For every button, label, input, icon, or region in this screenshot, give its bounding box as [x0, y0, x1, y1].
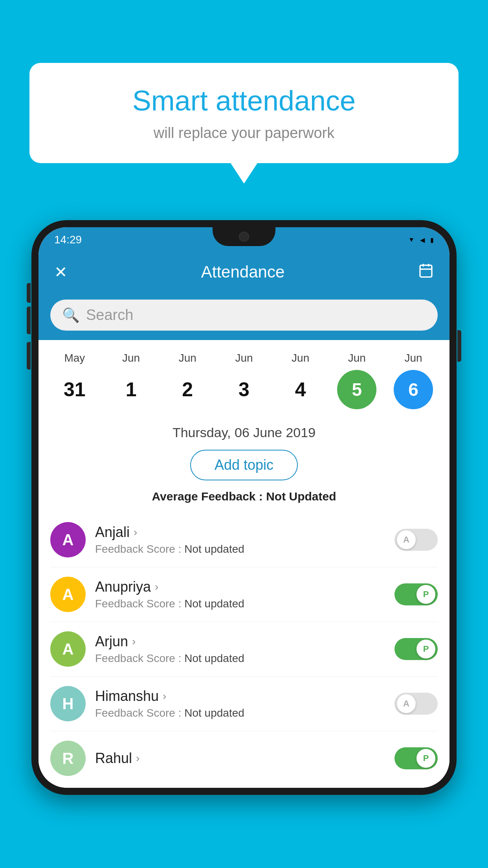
toggle-himanshu[interactable]: A	[394, 693, 438, 715]
status-time: 14:29	[54, 234, 82, 246]
status-icons: ▼ ◀ ▮	[408, 236, 434, 244]
day-5-container[interactable]: 5	[331, 370, 382, 409]
chevron-icon: ›	[155, 581, 158, 593]
phone-screen: 14:29 ▼ ◀ ▮ ✕ Attendance	[39, 227, 449, 788]
student-row-himanshu[interactable]: H Himanshu › Feedback Score : Not update…	[50, 677, 438, 731]
signal-icon: ◀	[420, 236, 425, 244]
student-name-himanshu[interactable]: Himanshu ›	[95, 688, 385, 704]
month-0: May	[49, 352, 100, 364]
toggle-knob-himanshu: A	[397, 694, 416, 713]
search-container: 🔍 Search	[39, 292, 449, 340]
content-area: Thursday, 06 June 2019 Add topic Average…	[39, 421, 449, 788]
power-button	[27, 283, 31, 303]
calendar-icon[interactable]	[418, 263, 434, 282]
student-info-anupriya: Anupriya › Feedback Score : Not updated	[95, 579, 385, 610]
speech-bubble-title: Smart attendance	[53, 85, 435, 117]
phone-frame: 14:29 ▼ ◀ ▮ ✕ Attendance	[31, 220, 457, 795]
toggle-knob-arjun: P	[416, 640, 435, 658]
date-label: Thursday, 06 June 2019	[50, 425, 438, 440]
front-camera	[239, 232, 249, 242]
chevron-icon: ›	[136, 752, 139, 765]
student-row-arjun[interactable]: A Arjun › Feedback Score : Not updated P	[50, 622, 438, 677]
app-bar: ✕ Attendance	[39, 252, 449, 292]
student-name-rahul[interactable]: Rahul ›	[95, 750, 385, 767]
calendar-days[interactable]: 31 1 2 3 4 5 6	[46, 368, 442, 417]
student-feedback-anupriya: Feedback Score : Not updated	[95, 598, 385, 610]
toggle-arjun[interactable]: P	[394, 638, 438, 660]
chevron-icon: ›	[134, 526, 137, 539]
avatar-anupriya: A	[50, 577, 86, 612]
student-name-anupriya[interactable]: Anupriya ›	[95, 579, 385, 595]
speech-bubble: Smart attendance will replace your paper…	[29, 63, 459, 163]
month-5: Jun	[331, 352, 382, 364]
feedback-avg: Average Feedback : Not Updated	[50, 490, 438, 503]
chevron-icon: ›	[132, 635, 136, 648]
student-info-rahul: Rahul ›	[95, 750, 385, 767]
battery-icon: ▮	[430, 236, 434, 244]
month-3: Jun	[218, 352, 270, 364]
phone-container: 14:29 ▼ ◀ ▮ ✕ Attendance	[31, 220, 457, 795]
toggle-knob-anjali: A	[397, 530, 416, 549]
speech-bubble-container: Smart attendance will replace your paper…	[29, 63, 459, 163]
wifi-icon: ▼	[408, 236, 415, 243]
day-3[interactable]: 3	[218, 378, 270, 401]
avatar-himanshu: H	[50, 686, 86, 721]
student-row-rahul[interactable]: R Rahul › P	[50, 731, 438, 780]
toggle-rahul[interactable]: P	[394, 747, 438, 769]
month-2: Jun	[162, 352, 213, 364]
day-4[interactable]: 4	[275, 378, 326, 401]
student-feedback-anjali: Feedback Score : Not updated	[95, 543, 385, 555]
student-row-anupriya[interactable]: A Anupriya › Feedback Score : Not update…	[50, 567, 438, 622]
chevron-icon: ›	[163, 690, 166, 702]
student-info-himanshu: Himanshu › Feedback Score : Not updated	[95, 688, 385, 719]
speech-bubble-subtitle: will replace your paperwork	[53, 125, 435, 142]
day-5-today[interactable]: 5	[337, 370, 376, 409]
student-row-anjali[interactable]: A Anjali › Feedback Score : Not updated …	[50, 513, 438, 567]
calendar-row: May Jun Jun Jun Jun Jun Jun 31 1 2 3 4 5	[39, 340, 449, 421]
svg-rect-0	[420, 265, 432, 277]
app-bar-title: Attendance	[201, 263, 285, 281]
month-1: Jun	[106, 352, 157, 364]
right-side-button	[457, 330, 461, 362]
volume-down-button	[27, 342, 31, 370]
student-feedback-arjun: Feedback Score : Not updated	[95, 652, 385, 665]
student-info-anjali: Anjali › Feedback Score : Not updated	[95, 524, 385, 555]
search-bar[interactable]: 🔍 Search	[50, 300, 438, 331]
day-6-container[interactable]: 6	[388, 370, 439, 409]
volume-up-button	[27, 307, 31, 334]
add-topic-button[interactable]: Add topic	[190, 450, 298, 480]
calendar-months: May Jun Jun Jun Jun Jun Jun	[46, 352, 442, 364]
student-feedback-himanshu: Feedback Score : Not updated	[95, 707, 385, 719]
avatar-anjali: A	[50, 522, 86, 557]
search-icon: 🔍	[62, 307, 80, 324]
avatar-arjun: A	[50, 631, 86, 667]
day-1[interactable]: 1	[106, 378, 157, 401]
month-6: Jun	[388, 352, 439, 364]
student-name-arjun[interactable]: Arjun ›	[95, 633, 385, 650]
day-6-selected[interactable]: 6	[394, 370, 433, 409]
toggle-knob-rahul: P	[416, 749, 435, 768]
toggle-anupriya[interactable]: P	[394, 583, 438, 605]
feedback-avg-label: Average Feedback :	[152, 490, 262, 503]
month-4: Jun	[275, 352, 326, 364]
student-info-arjun: Arjun › Feedback Score : Not updated	[95, 633, 385, 665]
close-button[interactable]: ✕	[54, 263, 68, 281]
feedback-avg-value: Not Updated	[266, 490, 336, 503]
day-31[interactable]: 31	[49, 378, 100, 401]
avatar-rahul: R	[50, 741, 86, 776]
student-name-anjali[interactable]: Anjali ›	[95, 524, 385, 541]
search-input[interactable]: Search	[86, 307, 133, 324]
toggle-anjali[interactable]: A	[394, 529, 438, 551]
day-2[interactable]: 2	[162, 378, 213, 401]
phone-notch	[213, 227, 275, 246]
toggle-knob-anupriya: P	[416, 585, 435, 604]
